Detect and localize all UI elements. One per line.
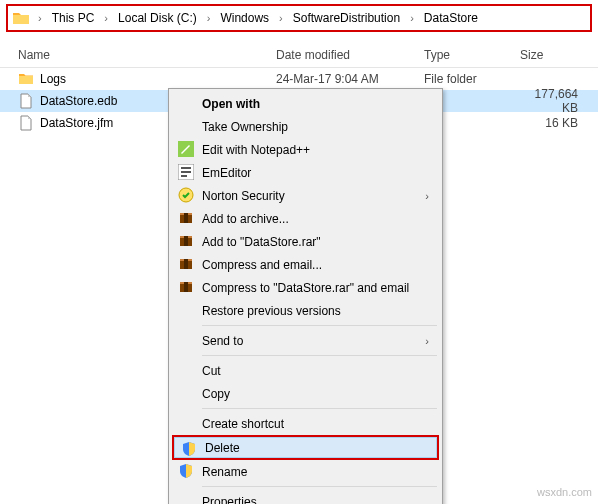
file-date: 24-Mar-17 9:04 AM (276, 72, 424, 86)
file-name: Logs (40, 72, 66, 86)
file-size: 177,664 KB (520, 87, 582, 115)
file-name: DataStore.edb (40, 94, 117, 108)
menu-separator (202, 408, 437, 409)
context-menu: Open with Take Ownership Edit with Notep… (168, 88, 443, 504)
ctx-rename[interactable]: Rename (172, 460, 439, 483)
ctx-restore-previous[interactable]: Restore previous versions (172, 299, 439, 322)
svg-rect-8 (184, 213, 188, 223)
chevron-right-icon: › (425, 190, 429, 202)
highlight-annotation: Delete (172, 435, 439, 460)
shield-icon (178, 463, 194, 479)
chevron-right-icon[interactable]: › (275, 12, 287, 24)
notepadpp-icon (178, 141, 194, 157)
breadcrumb-item[interactable]: SoftwareDistribution (287, 9, 406, 27)
ctx-copy[interactable]: Copy (172, 382, 439, 405)
ctx-add-to-archive[interactable]: Add to archive... (172, 207, 439, 230)
column-header-name[interactable]: Name (0, 48, 276, 62)
chevron-right-icon: › (425, 335, 429, 347)
winrar-icon (178, 256, 194, 272)
file-type: File folder (424, 72, 520, 86)
ctx-compress-email[interactable]: Compress and email... (172, 253, 439, 276)
folder-icon (12, 9, 30, 27)
chevron-right-icon[interactable]: › (406, 12, 418, 24)
breadcrumb-item[interactable]: Windows (214, 9, 275, 27)
ctx-properties[interactable]: Properties (172, 490, 439, 504)
ctx-norton-security[interactable]: Norton Security › (172, 184, 439, 207)
ctx-compress-rar-email[interactable]: Compress to "DataStore.rar" and email (172, 276, 439, 299)
ctx-edit-notepadpp[interactable]: Edit with Notepad++ (172, 138, 439, 161)
ctx-add-to-rar[interactable]: Add to "DataStore.rar" (172, 230, 439, 253)
chevron-right-icon[interactable]: › (34, 12, 46, 24)
file-icon (18, 115, 34, 131)
svg-rect-3 (181, 171, 191, 173)
svg-rect-14 (184, 259, 188, 269)
watermark: wsxdn.com (537, 486, 592, 498)
ctx-emeditor[interactable]: EmEditor (172, 161, 439, 184)
emeditor-icon (178, 164, 194, 180)
svg-rect-2 (181, 167, 191, 169)
column-header-type[interactable]: Type (424, 48, 520, 62)
menu-separator (202, 486, 437, 487)
column-headers: Name Date modified Type Size (0, 42, 598, 68)
address-breadcrumb[interactable]: › This PC › Local Disk (C:) › Windows › … (6, 4, 592, 32)
breadcrumb-item[interactable]: This PC (46, 9, 101, 27)
ctx-create-shortcut[interactable]: Create shortcut (172, 412, 439, 435)
norton-icon (178, 187, 194, 203)
file-icon (18, 93, 34, 109)
svg-rect-4 (181, 175, 187, 177)
ctx-delete[interactable]: Delete (174, 437, 437, 458)
ctx-open-with[interactable]: Open with (172, 92, 439, 115)
ctx-send-to[interactable]: Send to › (172, 329, 439, 352)
svg-rect-11 (184, 236, 188, 246)
file-size: 16 KB (520, 116, 582, 130)
column-header-date[interactable]: Date modified (276, 48, 424, 62)
ctx-cut[interactable]: Cut (172, 359, 439, 382)
svg-rect-17 (184, 282, 188, 292)
column-header-size[interactable]: Size (520, 48, 592, 62)
shield-icon (181, 441, 197, 457)
winrar-icon (178, 210, 194, 226)
breadcrumb-item[interactable]: Local Disk (C:) (112, 9, 203, 27)
list-item[interactable]: Logs 24-Mar-17 9:04 AM File folder (0, 68, 598, 90)
breadcrumb-item[interactable]: DataStore (418, 9, 484, 27)
folder-icon (18, 71, 34, 87)
chevron-right-icon[interactable]: › (203, 12, 215, 24)
menu-separator (202, 355, 437, 356)
winrar-icon (178, 279, 194, 295)
chevron-right-icon[interactable]: › (100, 12, 112, 24)
file-name: DataStore.jfm (40, 116, 113, 130)
menu-separator (202, 325, 437, 326)
ctx-take-ownership[interactable]: Take Ownership (172, 115, 439, 138)
winrar-icon (178, 233, 194, 249)
